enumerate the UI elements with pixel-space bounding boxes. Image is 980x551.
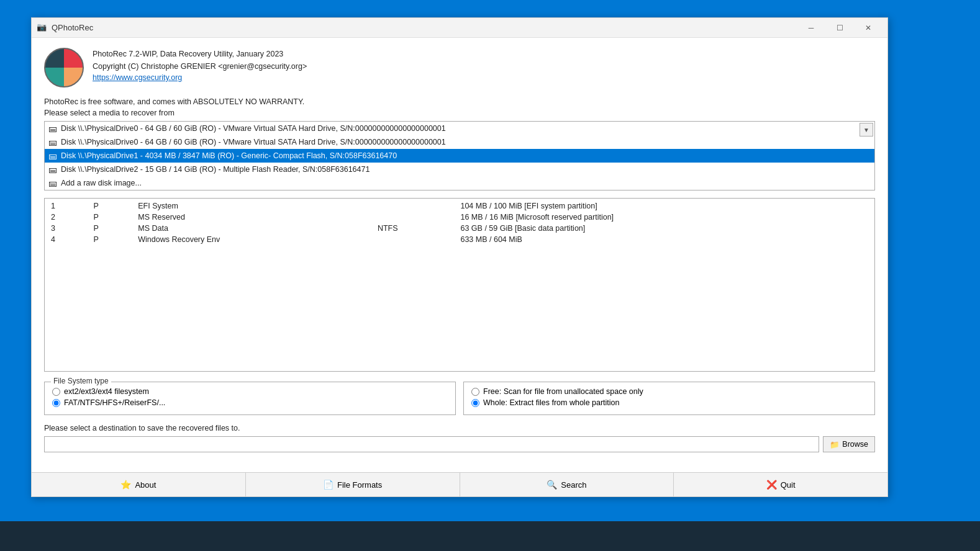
app-icon: 📷 xyxy=(37,22,48,34)
partition-fs xyxy=(371,234,455,245)
dest-row: 📁 Browse xyxy=(44,436,875,452)
disk-icon: 🖴 xyxy=(48,137,57,147)
partition-name: Windows Recovery Env xyxy=(132,234,371,245)
titlebar: 📷 QPhotoRec ─ ☐ ✕ xyxy=(32,18,887,38)
partition-type: P xyxy=(87,223,132,234)
about-label: About xyxy=(135,480,156,490)
fs-radio-ext[interactable] xyxy=(52,388,60,396)
filesystem-section: File System type ext2/ext3/ext4 filesyst… xyxy=(44,382,456,415)
browse-button[interactable]: 📁 Browse xyxy=(823,436,875,452)
partition-name: EFI System xyxy=(132,199,371,212)
about-button[interactable]: ⭐ About xyxy=(32,473,246,496)
dropdown-arrow[interactable]: ▼ xyxy=(860,123,873,137)
disk-icon: 🖴 xyxy=(48,178,57,188)
app-name: PhotoRec 7.2-WIP, Data Recovery Utility,… xyxy=(93,48,875,60)
disk-list-item[interactable]: 🖴Add a raw disk image... xyxy=(45,176,874,190)
disk-label: Disk \\.\PhysicalDrive0 - 64 GB / 60 GiB… xyxy=(61,138,446,146)
disk-label: Add a raw disk image... xyxy=(61,179,142,187)
disk-list: 🖴Disk \\.\PhysicalDrive0 - 64 GB / 60 Gi… xyxy=(45,122,874,190)
scan-section: Free: Scan for file from unallocated spa… xyxy=(463,382,875,415)
fs-radio-fat[interactable] xyxy=(52,399,60,407)
partition-table: 1 P EFI System 104 MB / 100 MiB [EFI sys… xyxy=(45,199,874,245)
about-icon: ⭐ xyxy=(120,480,131,490)
disk-list-item[interactable]: 🖴Disk \\.\PhysicalDrive2 - 15 GB / 14 Gi… xyxy=(45,163,874,176)
scan-radio-row-2: Whole: Extract files from whole partitio… xyxy=(471,398,867,407)
quit-label: Quit xyxy=(781,480,796,490)
fs-radio-row-2: FAT/NTFS/HFS+/ReiserFS/... xyxy=(52,398,448,407)
disk-list-item[interactable]: 🖴Disk \\.\PhysicalDrive0 - 64 GB / 60 Gi… xyxy=(45,122,874,135)
fs-label-fat: FAT/NTFS/HFS+/ReiserFS/... xyxy=(64,398,165,407)
search-label: Search xyxy=(561,480,586,490)
taskbar xyxy=(0,521,980,551)
table-row[interactable]: 2 P MS Reserved 16 MB / 16 MiB [Microsof… xyxy=(45,212,874,223)
scan-radio-free[interactable] xyxy=(471,388,479,396)
table-row[interactable]: 1 P EFI System 104 MB / 100 MiB [EFI sys… xyxy=(45,199,874,212)
header-info: PhotoRec 7.2-WIP, Data Recovery Utility,… xyxy=(93,48,875,82)
partition-area: 1 P EFI System 104 MB / 100 MiB [EFI sys… xyxy=(44,198,875,372)
filesystem-section-title: File System type xyxy=(51,377,111,385)
minimize-button[interactable]: ─ xyxy=(797,18,825,38)
app-logo xyxy=(44,48,84,87)
disk-icon: 🖴 xyxy=(48,151,57,161)
partition-fs: NTFS xyxy=(371,223,455,234)
bottom-buttons: ⭐ About 📄 File Formats 🔍 Search ❌ Quit xyxy=(32,472,887,496)
partition-num: 2 xyxy=(45,212,87,223)
file-formats-label: File Formats xyxy=(337,480,382,490)
fs-radio-row-1: ext2/ext3/ext4 filesystem xyxy=(52,387,448,396)
partition-fs xyxy=(371,199,455,212)
scan-label-whole: Whole: Extract files from whole partitio… xyxy=(483,398,620,407)
partition-type: P xyxy=(87,212,132,223)
main-content: PhotoRec 7.2-WIP, Data Recovery Utility,… xyxy=(32,38,887,472)
partition-fs xyxy=(371,212,455,223)
partition-type: P xyxy=(87,234,132,245)
partition-size: 63 GB / 59 GiB [Basic data partition] xyxy=(454,223,874,234)
copyright-text: Copyright (C) Christophe GRENIER <grenie… xyxy=(93,60,875,73)
dest-label: Please select a destination to save the … xyxy=(44,424,875,432)
disk-label: Disk \\.\PhysicalDrive1 - 4034 MB / 3847… xyxy=(61,151,397,160)
browse-icon: 📁 xyxy=(830,440,840,449)
titlebar-left: 📷 QPhotoRec xyxy=(37,22,93,34)
partition-size: 16 MB / 16 MiB [Microsoft reserved parti… xyxy=(454,212,874,223)
scan-label-free: Free: Scan for file from unallocated spa… xyxy=(483,387,643,396)
disk-icon: 🖴 xyxy=(48,164,57,174)
disk-label: Disk \\.\PhysicalDrive0 - 64 GB / 60 GiB… xyxy=(61,124,446,133)
table-row[interactable]: 3 P MS Data NTFS 63 GB / 59 GiB [Basic d… xyxy=(45,223,874,234)
bottom-sections: File System type ext2/ext3/ext4 filesyst… xyxy=(44,382,875,415)
close-button[interactable]: ✕ xyxy=(854,18,882,38)
disk-list-container: 🖴Disk \\.\PhysicalDrive0 - 64 GB / 60 Gi… xyxy=(44,121,875,190)
disk-label: Disk \\.\PhysicalDrive2 - 15 GB / 14 GiB… xyxy=(61,165,370,174)
tagline: PhotoRec is free software, and comes wit… xyxy=(44,97,875,106)
search-button[interactable]: 🔍 Search xyxy=(460,473,674,496)
fs-label-ext: ext2/ext3/ext4 filesystem xyxy=(64,387,149,396)
partition-num: 1 xyxy=(45,199,87,212)
partition-name: MS Data xyxy=(132,223,371,234)
disk-list-item[interactable]: 🖴Disk \\.\PhysicalDrive0 - 64 GB / 60 Gi… xyxy=(45,135,874,149)
disk-icon: 🖴 xyxy=(48,123,57,133)
partition-type: P xyxy=(87,199,132,212)
window-title: QPhotoRec xyxy=(52,23,93,32)
table-row[interactable]: 4 P Windows Recovery Env 633 MB / 604 Mi… xyxy=(45,234,874,245)
partition-num: 4 xyxy=(45,234,87,245)
search-icon: 🔍 xyxy=(547,480,557,490)
dest-input[interactable] xyxy=(44,436,819,452)
quit-button[interactable]: ❌ Quit xyxy=(674,473,887,496)
disk-list-item[interactable]: 🖴Disk \\.\PhysicalDrive1 - 4034 MB / 384… xyxy=(45,149,874,163)
browse-label: Browse xyxy=(842,440,868,449)
partition-num: 3 xyxy=(45,223,87,234)
partition-name: MS Reserved xyxy=(132,212,371,223)
header-area: PhotoRec 7.2-WIP, Data Recovery Utility,… xyxy=(44,48,875,87)
main-window: 📷 QPhotoRec ─ ☐ ✕ PhotoRec 7.2-WIP, Data… xyxy=(31,17,888,497)
select-label: Please select a media to recover from xyxy=(44,109,875,117)
maximize-button[interactable]: ☐ xyxy=(825,18,854,38)
titlebar-controls: ─ ☐ ✕ xyxy=(797,18,882,38)
partition-size: 633 MB / 604 MiB xyxy=(454,234,874,245)
website-link[interactable]: https://www.cgsecurity.org xyxy=(93,73,182,82)
partition-size: 104 MB / 100 MiB [EFI system partition] xyxy=(454,199,874,212)
scan-radio-whole[interactable] xyxy=(471,399,479,407)
file-formats-icon: 📄 xyxy=(323,480,333,490)
scan-radio-row-1: Free: Scan for file from unallocated spa… xyxy=(471,387,867,396)
quit-icon: ❌ xyxy=(766,480,777,490)
file-formats-button[interactable]: 📄 File Formats xyxy=(246,473,460,496)
